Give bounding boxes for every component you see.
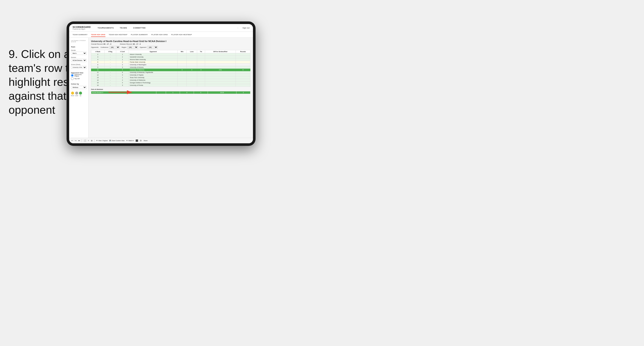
opponent-view-label: Opponent View	[71, 72, 86, 74]
gender-select[interactable]: Men's	[71, 52, 86, 55]
toolbar-icon-1[interactable]: ⬜	[84, 139, 86, 142]
radio-top100[interactable]: Top 100	[71, 77, 86, 80]
redo-btn[interactable]: ↪	[75, 139, 76, 142]
record-row: Overall Record: 89 - 17 - 0 Division Rec…	[91, 43, 250, 45]
table-row[interactable]: 13-1 Texas Tech University	[91, 76, 250, 79]
nav-tournaments[interactable]: TOURNAMENTS	[97, 26, 114, 29]
toolbar-icon-2[interactable]: +	[88, 139, 89, 142]
table-row[interactable]: 2-1 Auburn University	[91, 53, 250, 56]
region-filter: Region (All)	[122, 46, 138, 49]
table-row[interactable]: 4-1 Arizona State University	[91, 58, 250, 61]
region-label: Region	[122, 46, 126, 48]
tab-player-summary[interactable]: PLAYER SUMMARY	[131, 33, 148, 37]
table-row[interactable]: 9-3 University of Arizona	[91, 66, 250, 69]
tablet-device: SCOREBOARD Powered by clipp'd TOURNAMENT…	[66, 21, 256, 146]
out-of-division-table: NCAA Division II 1 0 0 26.00 3	[91, 91, 250, 94]
sidebar: Last Updated: 27/03/2024 16:55:38 Team G…	[69, 38, 88, 138]
nav-teams[interactable]: TEAMS	[119, 26, 128, 29]
school-label: School (Rank)	[71, 64, 86, 65]
table-area: University of North Carolina Head-to-Hea…	[88, 38, 253, 138]
toolbar-icon-3[interactable]: ⊕	[91, 139, 92, 142]
division-label: Division	[71, 57, 86, 58]
gender-label: Gender	[71, 49, 86, 51]
tab-player-h2h-grid[interactable]: PLAYER H2H GRID	[152, 33, 168, 37]
table-row[interactable]: 15-4 Georgia Institute of Technology	[91, 81, 250, 84]
conference-select[interactable]: (All)	[109, 46, 120, 49]
opponents-filter-label: Opponents:	[91, 46, 99, 48]
radio-opponents-played[interactable]: Opponents Played	[71, 74, 86, 77]
table-row[interactable]: 3-2 Vanderbilt University	[91, 56, 250, 58]
col-opponent: Opponent	[129, 50, 178, 53]
table-row[interactable]: 14-2 University of Oklahoma	[91, 79, 250, 81]
out-of-division-header: Out of division	[91, 88, 250, 90]
radio-group: Opponents Played Top 100	[71, 74, 86, 80]
opponent-filter: Opponent (All)	[140, 46, 158, 49]
tab-team-summary[interactable]: TEAM SUMMARY	[72, 33, 88, 37]
grid-title: University of North Carolina Head-to-Hea…	[91, 40, 250, 42]
watch-btn[interactable]: 👁 Watch ▾	[126, 140, 134, 142]
division-record: Division Record: 88 - 17 - 0	[120, 43, 141, 45]
share-btn[interactable]: Share	[144, 140, 148, 141]
logo-scoreboard: SCOREBOARD	[72, 26, 90, 28]
table-header-row: # Rank # Reg # Conf Opponent Win Loss Ti…	[91, 50, 250, 53]
timestamp: Last Updated: 27/03/2024 16:55:38	[71, 40, 86, 42]
sub-nav: TEAM SUMMARY TEAM H2H GRID TEAM H2H HEAT…	[69, 32, 253, 38]
col-diff: Diff Av Strokes/Rnd	[205, 50, 236, 53]
undo-btn[interactable]: ↩	[71, 139, 73, 142]
back-btn[interactable]: ⬅	[78, 139, 80, 142]
col-conf: # Conf	[116, 50, 129, 53]
school-select[interactable]: University of Nort...	[71, 66, 86, 69]
tab-team-h2h-grid[interactable]: TEAM H2H GRID	[91, 33, 106, 37]
main-content: Last Updated: 27/03/2024 16:55:38 Team G…	[69, 38, 253, 138]
opponent-select[interactable]: (All)	[147, 46, 158, 49]
out-of-division-row[interactable]: NCAA Division II 1 0 0 26.00 3	[91, 91, 250, 94]
conference-filter: Conference (All)	[100, 46, 120, 49]
view-original-btn[interactable]: 👁 View: Original	[96, 140, 108, 141]
logo-sub: Powered by clipp'd	[72, 28, 90, 30]
col-tie: Tie	[197, 50, 205, 53]
sign-out-link[interactable]: Sign out	[242, 27, 250, 29]
legend-label-down: Down	[71, 95, 74, 96]
tab-team-h2h-heatmap[interactable]: TEAM H2H HEATMAP	[109, 33, 128, 37]
table-row[interactable]: 12-3 University of Virginia	[91, 74, 250, 76]
data-table: # Rank # Reg # Conf Opponent Win Loss Ti…	[91, 50, 250, 87]
col-rounds: Rounds	[236, 50, 250, 53]
table-row[interactable]: 16-3 University of Florida	[91, 84, 250, 87]
table-row[interactable]: 8-2 University of Washington	[91, 63, 250, 66]
school-control: School (Rank) University of Nort...	[71, 64, 86, 69]
overall-record: Overall Record: 89 - 17 - 0	[91, 43, 111, 45]
legend: Down Level Up	[71, 92, 86, 96]
save-custom-btn[interactable]: 💾 Save Custom View	[109, 140, 124, 142]
table-row[interactable]: 6-2 Florida State University	[91, 61, 250, 63]
toolbar-icon-4[interactable]: ⬛	[136, 139, 138, 142]
legend-dot-level	[75, 92, 78, 95]
legend-label-level: Level	[75, 95, 78, 96]
table-row-highlighted[interactable]: 11 - 5 University of Alabama 3 0 0 2.61 …	[91, 69, 250, 71]
col-rank: # Rank	[91, 50, 104, 53]
legend-label-up: Up	[80, 95, 82, 96]
colour-by-label: Colour by	[71, 83, 86, 85]
gender-control: Gender Men's	[71, 49, 86, 55]
division-control: Division NCAA Division I	[71, 57, 86, 62]
filter-row: Opponents: Conference (All) Region (All)	[91, 46, 250, 49]
team-label: Team	[71, 46, 86, 48]
step-number: 9.	[8, 48, 18, 60]
nav-committee[interactable]: COMMITTEE	[132, 26, 147, 29]
col-win: Win	[178, 50, 186, 53]
opponent-label: Opponent	[140, 46, 146, 48]
table-row[interactable]: 11-6 University of Arkansas, Fayettevill…	[91, 71, 250, 74]
region-select[interactable]: (All)	[127, 46, 138, 49]
col-loss: Loss	[186, 50, 197, 53]
legend-dot-down	[71, 92, 74, 95]
tablet-screen: SCOREBOARD Powered by clipp'd TOURNAMENT…	[69, 24, 253, 143]
top-nav: SCOREBOARD Powered by clipp'd TOURNAMENT…	[69, 24, 253, 32]
bottom-toolbar: ↩ ↪ ⬅ ⬜ + ⊕ 👁 View: Original 💾 Save Cust…	[69, 138, 253, 143]
conference-label: Conference	[100, 46, 108, 48]
tab-player-h2h-heatmap[interactable]: PLAYER H2H HEATMAP	[171, 33, 192, 37]
colour-by-select[interactable]: Win/loss	[71, 86, 86, 89]
logo-area: SCOREBOARD Powered by clipp'd	[72, 26, 90, 30]
toolbar-icon-5[interactable]: ⚙	[140, 139, 142, 142]
col-reg: # Reg	[104, 50, 116, 53]
division-select[interactable]: NCAA Division I	[71, 59, 86, 62]
legend-dot-up	[79, 92, 82, 95]
